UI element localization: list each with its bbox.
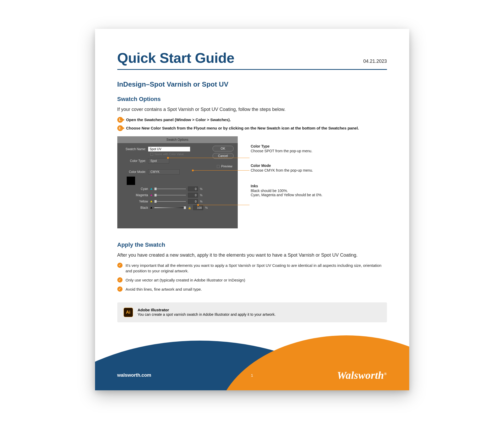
yellow-icon [150,200,152,202]
step-text: Open the Swatches panel (Window > Color … [126,117,231,122]
pointer-line [168,158,250,158]
section-apply-swatch-title: Apply the Swatch [117,241,387,248]
callout-body: You can create a spot varnish swatch in … [138,312,276,317]
color-mode-label: Color Mode: [122,170,148,174]
annotation-color-type: Color Type Choose SPOT from the pop-up m… [251,144,387,153]
yellow-row: Yellow 0 % [122,199,233,204]
black-row: Black 🔒 100 % [122,205,233,210]
magenta-icon [150,194,152,196]
callout-text: Adobe Illustrator You can create a spot … [138,308,276,317]
step-number-badge: 2. [117,125,123,131]
section-swatch-options-title: Swatch Options [117,96,387,103]
step-number-badge: 1. [117,117,123,123]
pointer-line [193,170,250,171]
annotation-title: Inks [251,184,387,188]
step-text: Choose New Color Swatch from the Flyout … [126,125,359,131]
step-1: 1. Open the Swatches panel (Window > Col… [117,117,387,123]
tip-text: It's very important that all the element… [126,263,387,274]
tip-item: ✓ Avoid thin lines, fine artwork and sma… [117,286,387,292]
dialog-with-annotations: Swatch Options OK Cancel Preview Swatch … [117,136,387,228]
yellow-value[interactable]: 0 [188,199,198,204]
name-with-color-value-label: Name with Color Value [155,153,184,156]
swatch-options-dialog: Swatch Options OK Cancel Preview Swatch … [117,136,238,228]
tips-list: ✓ It's very important that all the eleme… [117,263,387,292]
yellow-slider[interactable] [154,201,186,202]
color-type-select[interactable]: Spot [148,158,169,164]
tip-text: Only use vector art (typically created i… [126,277,245,283]
pointer-line [198,205,250,205]
annotations: Color Type Choose SPOT from the pop-up m… [251,136,387,207]
brand-name: Walsworth [337,369,384,381]
adobe-illustrator-icon: Ai [124,308,133,317]
black-label: Black [122,206,148,210]
percent-label: % [200,200,203,203]
section-swatch-options-intro: If your cover contains a Spot Varnish or… [117,107,387,112]
footer-page-number: 1 [251,373,253,377]
annotation-title: Color Mode [251,164,387,168]
name-with-color-value-row: Name with Color Value [150,153,233,156]
magenta-slider[interactable] [154,195,186,195]
annotation-body: Choose CMYK from the pop-up menu. [251,168,313,172]
main-title: Quick Start Guide [117,50,235,66]
page-footer: walsworth.com 1 Walsworth® [95,330,409,390]
cyan-label: Cyan [122,187,148,191]
color-preview-swatch [127,177,135,185]
numbered-steps: 1. Open the Swatches panel (Window > Col… [117,117,387,131]
annotation-color-mode: Color Mode Choose CMYK from the pop-up m… [251,164,387,172]
cyan-row: Cyan 0 % [122,187,233,191]
callout-title: Adobe Illustrator [138,308,276,312]
name-with-color-value-checkbox[interactable] [150,153,153,156]
footer-url: walsworth.com [117,373,151,378]
percent-label: % [200,194,203,197]
tip-text: Avoid thin lines, fine artwork and small… [126,286,202,292]
brand-logo: Walsworth® [337,369,387,381]
percent-label: % [200,187,203,190]
step-2: 2. Choose New Color Swatch from the Flyo… [117,125,387,131]
magenta-value[interactable]: 0 [188,193,198,198]
cyan-value[interactable]: 0 [188,187,198,191]
percent-label: % [205,206,208,209]
check-icon: ✓ [117,277,123,283]
tip-item: ✓ It's very important that all the eleme… [117,263,387,274]
document-page: Quick Start Guide 04.21.2023 InDesign–Sp… [95,29,409,390]
cyan-icon [150,188,152,190]
black-slider[interactable] [154,207,186,208]
cyan-slider[interactable] [154,189,186,189]
annotation-title: Color Type [251,144,387,148]
color-mode-select[interactable]: CMYK [148,169,180,174]
swatch-name-input[interactable]: Spot UV [148,147,190,151]
tip-item: ✓ Only use vector art (typically created… [117,277,387,283]
check-icon: ✓ [117,286,123,292]
annotation-body: Choose SPOT from the pop-up menu. [251,149,313,153]
yellow-label: Yellow [122,200,148,203]
lock-icon: 🔒 [188,206,191,209]
header: Quick Start Guide 04.21.2023 [117,50,387,70]
annotation-body: Cyan, Magenta and Yellow should be at 0%… [251,193,323,197]
magenta-label: Magenta [122,193,148,197]
subtitle: InDesign–Spot Varnish or Spot UV [117,80,387,88]
registered-mark: ® [384,372,387,376]
illustrator-callout: Ai Adobe Illustrator You can create a sp… [117,302,387,322]
black-icon [150,207,152,208]
check-icon: ✓ [117,263,123,268]
magenta-row: Magenta 0 % [122,193,233,198]
annotation-inks: Inks Black should be 100%. Cyan, Magenta… [251,184,387,197]
swatch-name-label: Swatch Name: [122,147,148,151]
color-type-label: Color Type: [122,159,148,163]
dialog-title: Swatch Options [117,136,238,143]
document-date: 04.21.2023 [363,59,387,64]
section-apply-swatch-intro: After you have created a new swatch, app… [117,252,387,258]
annotation-body: Black should be 100%. [251,189,288,193]
black-value[interactable]: 100 [193,205,203,210]
